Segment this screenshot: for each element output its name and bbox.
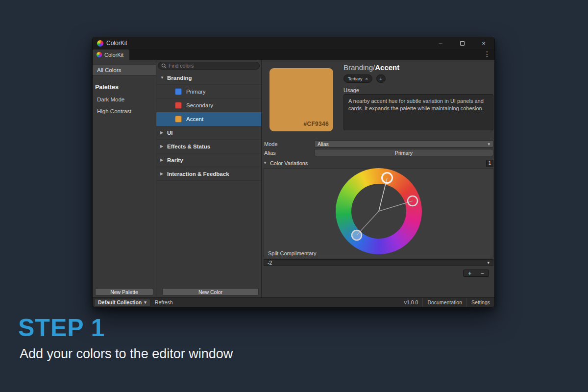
tab-colorkit[interactable]: ColorKit	[93, 49, 129, 60]
foldout-closed-icon: ▶	[160, 144, 167, 148]
search-box[interactable]	[158, 62, 260, 70]
color-preview-swatch[interactable]: #CF9346	[270, 68, 333, 131]
foldout-closed-icon: ▶	[160, 130, 167, 135]
split-value-dropdown[interactable]: -2 ▾	[264, 259, 493, 266]
collection-dropdown[interactable]: Default Collection ▾	[94, 299, 150, 306]
statusbar-right: v1.0.0 Documentation Settings	[400, 298, 494, 307]
sidebar-item-dark-mode[interactable]: Dark Mode	[93, 94, 156, 105]
palette-sidebar: All Colors Palettes Dark Mode High Contr…	[93, 60, 156, 297]
variations-add-remove-bar: + −	[463, 270, 489, 277]
color-breadcrumb: Branding/Accent	[343, 63, 399, 72]
tree-group-rarity[interactable]: ▶ Rarity	[156, 153, 261, 167]
split-complimentary-label: Split Complimentary	[268, 250, 316, 256]
search-input[interactable]	[169, 63, 256, 69]
colorkit-tab-icon	[97, 52, 102, 57]
new-color-button[interactable]: New Color	[162, 288, 259, 295]
chevron-down-icon: ▾	[144, 300, 147, 305]
color-wheel	[336, 168, 422, 254]
version-label: v1.0.0	[400, 298, 423, 307]
main-content: All Colors Palettes Dark Mode High Contr…	[93, 60, 494, 297]
usage-textarea[interactable]: A nearby accent hue for subtle variation…	[343, 94, 493, 130]
hex-value: #CF9346	[304, 121, 329, 127]
foldout-open-icon: ▼	[160, 75, 167, 80]
tree-group-effects-status[interactable]: ▶ Effects & Status	[156, 140, 261, 153]
chevron-down-icon: ▾	[488, 142, 490, 147]
tree-item-secondary[interactable]: Secondary	[156, 98, 261, 112]
wheel-overlay	[336, 168, 422, 254]
palettes-header: Palettes	[95, 84, 156, 91]
foldout-closed-icon: ▶	[160, 172, 167, 176]
settings-link[interactable]: Settings	[466, 298, 494, 307]
color-variations-foldout[interactable]: ▼ Color Variations 1	[263, 159, 493, 167]
close-button[interactable]: ×	[473, 37, 494, 49]
maximize-button[interactable]	[451, 37, 473, 49]
step-subtitle: Add your colors to the editor window	[20, 346, 233, 362]
tab-bar: ColorKit ⋮	[93, 49, 494, 60]
step-title: STEP 1	[18, 314, 105, 342]
mode-label: Mode	[264, 141, 278, 147]
documentation-link[interactable]: Documentation	[422, 298, 466, 307]
remove-tag-icon[interactable]: ×	[366, 76, 368, 81]
color-name: Accent	[375, 63, 399, 72]
color-tree-panel: ▼ Branding Primary Secondary Accent ▶ UI…	[156, 60, 262, 297]
alias-field[interactable]: Primary	[314, 149, 493, 156]
variations-panel: Split Complimentary	[264, 168, 493, 258]
add-tag-button[interactable]: +	[376, 74, 386, 83]
minimize-button[interactable]: –	[430, 37, 451, 49]
remove-variation-button[interactable]: −	[476, 270, 489, 276]
search-icon	[161, 63, 167, 69]
add-variation-button[interactable]: +	[464, 270, 476, 276]
wheel-handle-split-2[interactable]	[352, 230, 362, 240]
alias-label: Alias	[264, 150, 276, 156]
tag-chip-tertiary[interactable]: Tertiary ×	[343, 74, 372, 83]
tree-group-ui[interactable]: ▶ UI	[156, 126, 261, 140]
refresh-button[interactable]: Refresh	[155, 299, 173, 305]
tab-label: ColorKit	[104, 52, 123, 58]
tree-group-branding[interactable]: ▼ Branding	[156, 71, 261, 85]
foldout-closed-icon: ▶	[160, 158, 167, 162]
tag-row: Tertiary × +	[343, 74, 386, 83]
colorkit-logo-icon	[97, 40, 103, 47]
status-bar: Default Collection ▾ Refresh v1.0.0 Docu…	[93, 297, 494, 307]
sidebar-item-all-colors[interactable]: All Colors	[93, 65, 156, 75]
color-swatch-accent	[175, 116, 182, 122]
tree-item-primary[interactable]: Primary	[156, 85, 261, 98]
kebab-menu-icon[interactable]: ⋮	[484, 50, 490, 58]
mode-dropdown[interactable]: Alias ▾	[314, 140, 493, 147]
color-swatch-secondary	[175, 102, 182, 109]
maximize-icon	[460, 41, 465, 46]
titlebar: ColorKit – ×	[93, 37, 494, 49]
tree-group-interaction-feedback[interactable]: ▶ Interaction & Feedback	[156, 167, 261, 181]
sidebar-item-high-contrast[interactable]: High Contrast	[93, 105, 156, 117]
color-swatch-primary	[175, 88, 182, 95]
new-palette-button[interactable]: New Palette	[95, 288, 153, 295]
colorkit-window: ColorKit – × ColorKit ⋮ All Colors Palet…	[92, 37, 495, 307]
chevron-down-icon: ▾	[487, 260, 490, 265]
variations-count-field[interactable]: 1	[486, 160, 493, 167]
window-title: ColorKit	[106, 40, 127, 47]
foldout-open-icon: ▼	[263, 161, 267, 165]
usage-label: Usage	[343, 87, 359, 93]
tree-item-accent[interactable]: Accent	[156, 112, 261, 126]
color-inspector: #CF9346 Branding/Accent Tertiary × + Usa…	[262, 60, 494, 297]
window-controls: – ×	[430, 37, 494, 49]
